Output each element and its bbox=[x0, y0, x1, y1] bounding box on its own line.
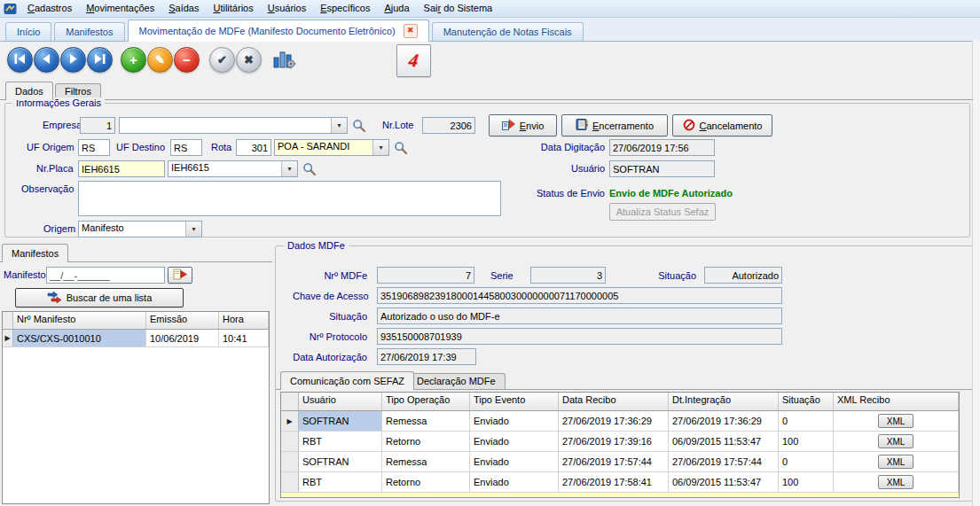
chave-acesso-field[interactable] bbox=[377, 287, 782, 304]
uf-origem-field[interactable] bbox=[78, 139, 110, 156]
cell-tipo-evento[interactable]: Enviado bbox=[470, 432, 559, 451]
cell-dt-integracao[interactable]: 27/06/2019 17:57:44 bbox=[669, 452, 779, 471]
cell-emissao[interactable]: 10/06/2019 bbox=[146, 330, 219, 346]
rota-code-field[interactable] bbox=[236, 139, 271, 156]
buscar-lista-button[interactable]: Buscar de uma lista bbox=[15, 288, 184, 307]
cell-data-recibo[interactable]: 27/06/2019 17:39:16 bbox=[559, 432, 669, 451]
search-rota-icon[interactable] bbox=[394, 141, 408, 155]
nrlote-field[interactable] bbox=[422, 117, 475, 134]
uf-destino-field[interactable] bbox=[170, 139, 202, 156]
menu-especificos[interactable]: Específicos bbox=[313, 0, 377, 17]
vertical-scrollbar[interactable] bbox=[972, 41, 980, 506]
menu-saidas[interactable]: Saídas bbox=[161, 0, 206, 17]
tab-manifestos[interactable]: Manifestos bbox=[54, 22, 124, 41]
cell-dt-integracao[interactable]: 06/09/2015 11:53:47 bbox=[669, 432, 779, 451]
tab-dados[interactable]: Dados bbox=[5, 82, 53, 100]
sefaz-row[interactable]: SOFTRAN Remessa Enviado 27/06/2019 17:57… bbox=[281, 452, 959, 472]
sefaz-row[interactable]: RBT Retorno Enviado 27/06/2019 17:58:41 … bbox=[281, 472, 959, 493]
cell-situacao[interactable]: 100 bbox=[779, 472, 834, 492]
nrplaca-combo[interactable]: IEH6615 ▾ bbox=[168, 160, 298, 177]
menu-sair-do-sistema[interactable]: Sair do Sistema bbox=[417, 0, 500, 17]
cell-tipo-operacao[interactable]: Retorno bbox=[382, 472, 470, 492]
cancel-button[interactable]: ✖ bbox=[236, 47, 262, 73]
menu-ajuda[interactable]: Ajuda bbox=[377, 0, 416, 17]
cell-tipo-evento[interactable]: Enviado bbox=[470, 472, 559, 492]
close-tab-icon[interactable]: ✖ bbox=[404, 24, 418, 38]
sefaz-row[interactable]: RBT Retorno Enviado 27/06/2019 17:39:16 … bbox=[281, 432, 959, 452]
manifestos-grid[interactable]: Nrº Manifesto Emissão Hora ▶ CXS/CXS-001… bbox=[2, 311, 270, 504]
cell-situacao[interactable]: 0 bbox=[779, 411, 834, 431]
manifesto-mask-input[interactable] bbox=[46, 267, 165, 284]
exit-system-button[interactable]: 4 bbox=[396, 44, 431, 77]
menu-usuarios[interactable]: Usuários bbox=[261, 0, 313, 17]
empresa-combo[interactable]: ▾ bbox=[119, 117, 348, 134]
chevron-down-icon[interactable]: ▾ bbox=[281, 161, 297, 176]
chevron-down-icon[interactable]: ▾ bbox=[331, 118, 347, 133]
cell-hora[interactable]: 10:41 bbox=[219, 330, 269, 346]
cell-data-recibo[interactable]: 27/06/2019 17:36:29 bbox=[559, 411, 669, 431]
nrplaca-field[interactable] bbox=[78, 160, 165, 177]
menu-movimentacoes[interactable]: Movimentações bbox=[79, 0, 161, 17]
cell-data-recibo[interactable]: 27/06/2019 17:57:44 bbox=[559, 452, 669, 471]
data-digitacao-field[interactable] bbox=[609, 139, 715, 156]
last-record-button[interactable] bbox=[87, 47, 113, 73]
cell-usuario[interactable]: RBT bbox=[299, 432, 382, 451]
search-placa-icon[interactable] bbox=[302, 162, 317, 176]
usuario-field[interactable] bbox=[609, 160, 715, 177]
menu-utilitarios[interactable]: Utilitários bbox=[206, 0, 260, 17]
cell-tipo-operacao[interactable]: Remessa bbox=[382, 411, 470, 431]
xml-recibo-button[interactable]: XML bbox=[878, 475, 913, 489]
next-record-button[interactable] bbox=[60, 47, 86, 73]
cell-data-recibo[interactable]: 27/06/2019 17:58:41 bbox=[559, 472, 669, 492]
cell-dt-integracao[interactable]: 27/06/2019 17:36:29 bbox=[669, 411, 779, 431]
cell-usuario[interactable]: RBT bbox=[299, 472, 382, 492]
cell-usuario[interactable]: SOFTRAN bbox=[299, 452, 382, 471]
tab-movimentacao-mdfe[interactable]: Movimentação de MDFe (Manifesto Document… bbox=[128, 19, 429, 42]
origem-combo[interactable]: Manifesto ▾ bbox=[78, 221, 202, 237]
cell-dt-integracao[interactable]: 06/09/2015 11:53:47 bbox=[669, 472, 779, 492]
cell-usuario[interactable]: SOFTRAN bbox=[299, 411, 382, 431]
xml-recibo-button[interactable]: XML bbox=[878, 455, 913, 469]
chart-report-button[interactable] bbox=[271, 46, 297, 72]
serie-field[interactable] bbox=[530, 267, 606, 284]
delete-button[interactable]: − bbox=[174, 47, 200, 73]
chevron-down-icon[interactable]: ▾ bbox=[372, 140, 388, 155]
observacao-field[interactable] bbox=[78, 181, 501, 216]
xml-recibo-button[interactable]: XML bbox=[878, 434, 913, 448]
empresa-code-field[interactable] bbox=[80, 117, 115, 134]
cell-situacao[interactable]: 100 bbox=[779, 432, 834, 451]
situacao-field[interactable] bbox=[704, 267, 782, 284]
edit-button[interactable]: ✎ bbox=[147, 47, 173, 73]
cell-tipo-evento[interactable]: Enviado bbox=[470, 411, 559, 431]
sefaz-grid[interactable]: Usuário Tipo Operação Tipo Evento Data R… bbox=[280, 392, 960, 498]
cell-tipo-operacao[interactable]: Retorno bbox=[382, 432, 470, 451]
cancelamento-button[interactable]: Cancelamento bbox=[672, 114, 772, 136]
situacao-desc-field[interactable] bbox=[377, 307, 782, 324]
cell-tipo-evento[interactable]: Enviado bbox=[470, 452, 559, 471]
prior-record-button[interactable] bbox=[34, 47, 59, 73]
protocolo-field[interactable] bbox=[377, 328, 782, 345]
manifesto-row[interactable]: ▶ CXS/CXS-0010010 10/06/2019 10:41 bbox=[3, 330, 269, 347]
first-record-button[interactable] bbox=[7, 47, 33, 73]
xml-recibo-button[interactable]: XML bbox=[878, 414, 913, 428]
cell-tipo-operacao[interactable]: Remessa bbox=[382, 452, 470, 471]
envio-button[interactable]: Envio bbox=[489, 114, 557, 136]
chevron-down-icon[interactable]: ▾ bbox=[185, 222, 201, 237]
sefaz-row[interactable]: ▶ SOFTRAN Remessa Enviado 27/06/2019 17:… bbox=[281, 411, 959, 432]
nr-mdfe-field[interactable] bbox=[377, 267, 474, 284]
cell-situacao[interactable]: 0 bbox=[779, 452, 834, 471]
cell-nr-manifesto[interactable]: CXS/CXS-0010010 bbox=[13, 330, 146, 346]
menu-cadastros[interactable]: Cadastros bbox=[20, 0, 79, 17]
encerramento-button[interactable]: Encerramento bbox=[561, 114, 668, 136]
tab-manutencao-notas-fiscais[interactable]: Manutenção de Notas Fiscais bbox=[432, 22, 584, 41]
tab-manifestos-panel[interactable]: Manifestos bbox=[2, 244, 68, 262]
tab-inicio[interactable]: Início bbox=[5, 22, 51, 41]
data-autorizacao-field[interactable] bbox=[377, 348, 476, 365]
tab-comunicacao-sefaz[interactable]: Comunicação com SEFAZ bbox=[280, 371, 414, 390]
search-empresa-icon[interactable] bbox=[352, 119, 366, 133]
insert-button[interactable]: + bbox=[121, 47, 146, 73]
confirm-button[interactable]: ✔ bbox=[209, 47, 235, 73]
rota-combo[interactable]: POA - SARANDI ▾ bbox=[274, 139, 389, 156]
tab-declaracao-mdfe[interactable]: Declaração MDFe bbox=[407, 373, 506, 389]
manifesto-send-button[interactable] bbox=[168, 267, 192, 284]
